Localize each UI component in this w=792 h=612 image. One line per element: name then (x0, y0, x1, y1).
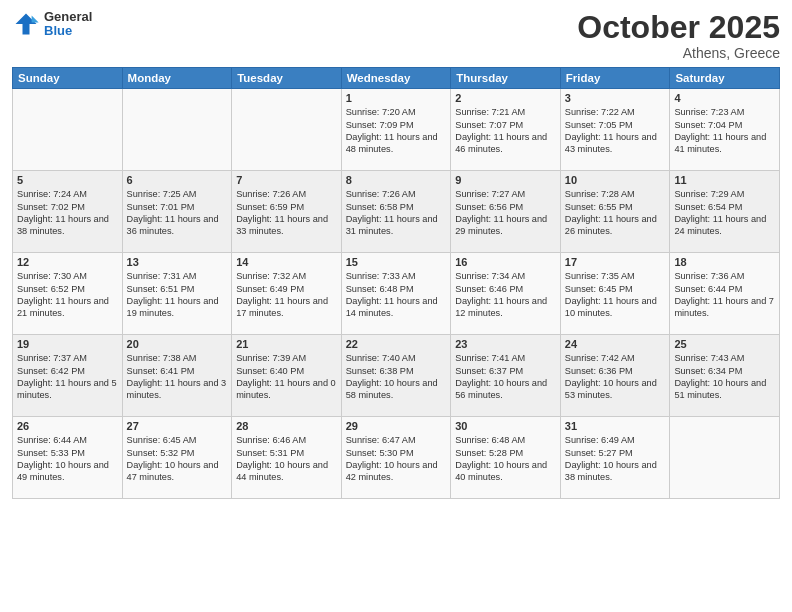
calendar-cell (13, 89, 123, 171)
day-number: 1 (346, 92, 447, 104)
calendar-cell: 11Sunrise: 7:29 AM Sunset: 6:54 PM Dayli… (670, 171, 780, 253)
day-number: 17 (565, 256, 666, 268)
day-info: Sunrise: 7:29 AM Sunset: 6:54 PM Dayligh… (674, 188, 775, 238)
day-number: 28 (236, 420, 337, 432)
day-header-monday: Monday (122, 68, 232, 89)
day-header-tuesday: Tuesday (232, 68, 342, 89)
calendar-cell: 1Sunrise: 7:20 AM Sunset: 7:09 PM Daylig… (341, 89, 451, 171)
calendar-cell: 10Sunrise: 7:28 AM Sunset: 6:55 PM Dayli… (560, 171, 670, 253)
calendar-cell: 15Sunrise: 7:33 AM Sunset: 6:48 PM Dayli… (341, 253, 451, 335)
day-info: Sunrise: 6:46 AM Sunset: 5:31 PM Dayligh… (236, 434, 337, 484)
calendar-cell: 5Sunrise: 7:24 AM Sunset: 7:02 PM Daylig… (13, 171, 123, 253)
day-number: 9 (455, 174, 556, 186)
calendar-week-row: 1Sunrise: 7:20 AM Sunset: 7:09 PM Daylig… (13, 89, 780, 171)
calendar-cell: 3Sunrise: 7:22 AM Sunset: 7:05 PM Daylig… (560, 89, 670, 171)
day-number: 18 (674, 256, 775, 268)
header: General Blue October 2025 Athens, Greece (12, 10, 780, 61)
day-number: 27 (127, 420, 228, 432)
logo-icon (12, 10, 40, 38)
day-info: Sunrise: 6:47 AM Sunset: 5:30 PM Dayligh… (346, 434, 447, 484)
day-number: 25 (674, 338, 775, 350)
calendar-cell: 22Sunrise: 7:40 AM Sunset: 6:38 PM Dayli… (341, 335, 451, 417)
day-info: Sunrise: 7:34 AM Sunset: 6:46 PM Dayligh… (455, 270, 556, 320)
day-info: Sunrise: 7:39 AM Sunset: 6:40 PM Dayligh… (236, 352, 337, 402)
day-info: Sunrise: 7:21 AM Sunset: 7:07 PM Dayligh… (455, 106, 556, 156)
calendar-cell: 23Sunrise: 7:41 AM Sunset: 6:37 PM Dayli… (451, 335, 561, 417)
day-number: 26 (17, 420, 118, 432)
day-info: Sunrise: 6:48 AM Sunset: 5:28 PM Dayligh… (455, 434, 556, 484)
day-number: 12 (17, 256, 118, 268)
day-info: Sunrise: 7:41 AM Sunset: 6:37 PM Dayligh… (455, 352, 556, 402)
day-info: Sunrise: 7:38 AM Sunset: 6:41 PM Dayligh… (127, 352, 228, 402)
day-info: Sunrise: 7:28 AM Sunset: 6:55 PM Dayligh… (565, 188, 666, 238)
day-number: 6 (127, 174, 228, 186)
calendar-cell: 24Sunrise: 7:42 AM Sunset: 6:36 PM Dayli… (560, 335, 670, 417)
calendar-cell: 26Sunrise: 6:44 AM Sunset: 5:33 PM Dayli… (13, 417, 123, 499)
day-number: 7 (236, 174, 337, 186)
day-info: Sunrise: 7:24 AM Sunset: 7:02 PM Dayligh… (17, 188, 118, 238)
calendar-cell: 6Sunrise: 7:25 AM Sunset: 7:01 PM Daylig… (122, 171, 232, 253)
day-info: Sunrise: 7:33 AM Sunset: 6:48 PM Dayligh… (346, 270, 447, 320)
calendar-cell (670, 417, 780, 499)
logo-blue: Blue (44, 24, 92, 38)
day-number: 30 (455, 420, 556, 432)
day-number: 21 (236, 338, 337, 350)
day-number: 2 (455, 92, 556, 104)
day-number: 8 (346, 174, 447, 186)
logo-general: General (44, 10, 92, 24)
calendar-cell (232, 89, 342, 171)
calendar-week-row: 5Sunrise: 7:24 AM Sunset: 7:02 PM Daylig… (13, 171, 780, 253)
day-info: Sunrise: 7:30 AM Sunset: 6:52 PM Dayligh… (17, 270, 118, 320)
calendar-cell: 27Sunrise: 6:45 AM Sunset: 5:32 PM Dayli… (122, 417, 232, 499)
calendar-cell: 9Sunrise: 7:27 AM Sunset: 6:56 PM Daylig… (451, 171, 561, 253)
day-number: 11 (674, 174, 775, 186)
calendar-cell: 14Sunrise: 7:32 AM Sunset: 6:49 PM Dayli… (232, 253, 342, 335)
calendar-week-row: 26Sunrise: 6:44 AM Sunset: 5:33 PM Dayli… (13, 417, 780, 499)
calendar-cell (122, 89, 232, 171)
day-info: Sunrise: 6:44 AM Sunset: 5:33 PM Dayligh… (17, 434, 118, 484)
day-info: Sunrise: 7:31 AM Sunset: 6:51 PM Dayligh… (127, 270, 228, 320)
calendar-cell: 16Sunrise: 7:34 AM Sunset: 6:46 PM Dayli… (451, 253, 561, 335)
calendar-cell: 4Sunrise: 7:23 AM Sunset: 7:04 PM Daylig… (670, 89, 780, 171)
calendar-cell: 28Sunrise: 6:46 AM Sunset: 5:31 PM Dayli… (232, 417, 342, 499)
day-info: Sunrise: 7:25 AM Sunset: 7:01 PM Dayligh… (127, 188, 228, 238)
calendar-week-row: 19Sunrise: 7:37 AM Sunset: 6:42 PM Dayli… (13, 335, 780, 417)
day-info: Sunrise: 7:43 AM Sunset: 6:34 PM Dayligh… (674, 352, 775, 402)
day-header-wednesday: Wednesday (341, 68, 451, 89)
calendar-cell: 8Sunrise: 7:26 AM Sunset: 6:58 PM Daylig… (341, 171, 451, 253)
day-number: 29 (346, 420, 447, 432)
calendar-cell: 25Sunrise: 7:43 AM Sunset: 6:34 PM Dayli… (670, 335, 780, 417)
day-info: Sunrise: 7:23 AM Sunset: 7:04 PM Dayligh… (674, 106, 775, 156)
day-info: Sunrise: 7:20 AM Sunset: 7:09 PM Dayligh… (346, 106, 447, 156)
day-number: 23 (455, 338, 556, 350)
day-info: Sunrise: 7:40 AM Sunset: 6:38 PM Dayligh… (346, 352, 447, 402)
location-subtitle: Athens, Greece (577, 45, 780, 61)
calendar-cell: 21Sunrise: 7:39 AM Sunset: 6:40 PM Dayli… (232, 335, 342, 417)
day-header-thursday: Thursday (451, 68, 561, 89)
day-number: 16 (455, 256, 556, 268)
month-title: October 2025 (577, 10, 780, 45)
day-number: 24 (565, 338, 666, 350)
day-header-saturday: Saturday (670, 68, 780, 89)
day-info: Sunrise: 7:26 AM Sunset: 6:58 PM Dayligh… (346, 188, 447, 238)
day-number: 19 (17, 338, 118, 350)
day-info: Sunrise: 7:42 AM Sunset: 6:36 PM Dayligh… (565, 352, 666, 402)
calendar-header-row: SundayMondayTuesdayWednesdayThursdayFrid… (13, 68, 780, 89)
calendar-cell: 29Sunrise: 6:47 AM Sunset: 5:30 PM Dayli… (341, 417, 451, 499)
calendar-cell: 13Sunrise: 7:31 AM Sunset: 6:51 PM Dayli… (122, 253, 232, 335)
day-info: Sunrise: 7:27 AM Sunset: 6:56 PM Dayligh… (455, 188, 556, 238)
calendar-cell: 2Sunrise: 7:21 AM Sunset: 7:07 PM Daylig… (451, 89, 561, 171)
day-header-friday: Friday (560, 68, 670, 89)
logo: General Blue (12, 10, 92, 39)
day-number: 22 (346, 338, 447, 350)
day-number: 5 (17, 174, 118, 186)
calendar-cell: 20Sunrise: 7:38 AM Sunset: 6:41 PM Dayli… (122, 335, 232, 417)
calendar-cell: 12Sunrise: 7:30 AM Sunset: 6:52 PM Dayli… (13, 253, 123, 335)
day-info: Sunrise: 7:32 AM Sunset: 6:49 PM Dayligh… (236, 270, 337, 320)
day-number: 10 (565, 174, 666, 186)
day-number: 4 (674, 92, 775, 104)
day-info: Sunrise: 7:35 AM Sunset: 6:45 PM Dayligh… (565, 270, 666, 320)
calendar-cell: 18Sunrise: 7:36 AM Sunset: 6:44 PM Dayli… (670, 253, 780, 335)
day-number: 15 (346, 256, 447, 268)
calendar-cell: 7Sunrise: 7:26 AM Sunset: 6:59 PM Daylig… (232, 171, 342, 253)
